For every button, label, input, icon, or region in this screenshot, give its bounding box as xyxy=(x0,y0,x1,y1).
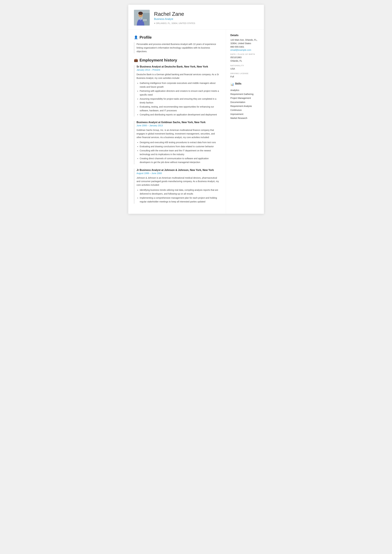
employment-section-header: 💼 Employment history xyxy=(134,58,220,62)
skill-6: Improvement xyxy=(231,112,259,116)
bullet-1-0: Designing and executing A/B testing proc… xyxy=(140,141,220,145)
job-bullets-0: Gathering intelligence from corporate ex… xyxy=(137,81,220,117)
address-value: 143 Main Ave, Orlando, FL, 32804, United… xyxy=(231,38,259,45)
job-title-0: Sr Business Analyst at Deutsche Bank, Ne… xyxy=(137,65,220,68)
bullet-2-1: Implementing a comprehensive management … xyxy=(140,196,220,204)
dob-label: DATE / PLACE OF BIRTH xyxy=(231,53,259,55)
details-section: Details 143 Main Ave, Orlando, FL, 32804… xyxy=(231,34,259,78)
skills-list: AnalyticsRequirement GatheringProject Ma… xyxy=(231,88,259,120)
skill-1: Requirement Gathering xyxy=(231,92,259,96)
job-title-2: Jr Business Analyst at Johnson & Johnson… xyxy=(137,169,220,172)
job-desc-0: Deutsche Bank is a German global banking… xyxy=(137,73,220,80)
avatar xyxy=(134,10,150,26)
skills-title: Skills xyxy=(235,82,242,85)
svg-rect-7 xyxy=(143,19,147,21)
main-column: 👤 Profile Personable and process-oriente… xyxy=(128,29,226,214)
phone-value: 890-555-0401 xyxy=(231,45,259,49)
employment-icon: 💼 xyxy=(134,58,138,62)
header-info: Rachel Zane Business Analyst ▾ ORLANDO, … xyxy=(154,11,258,24)
bullet-1-2: Consulting with the executive team and t… xyxy=(140,149,220,156)
nationality-value: USA xyxy=(231,67,259,71)
nationality-label: NATIONALITY xyxy=(231,65,259,67)
header-location: ▾ ORLANDO, FL, 32804, UNITED STATES xyxy=(154,22,258,24)
email-link[interactable]: email@example.com xyxy=(231,49,251,51)
skills-header: 📊 Skills xyxy=(231,82,259,87)
job-desc-2: Johnson & Johnson is an American multina… xyxy=(137,176,220,187)
details-title: Details xyxy=(231,34,259,37)
job-dates-1: June 2000 – January 2013 xyxy=(137,124,220,127)
skill-4: Requirement Analysis xyxy=(231,104,259,108)
job-1: Business Analyst at Goldman Sachs, New Y… xyxy=(134,121,220,164)
skill-3: Documentation xyxy=(231,100,259,104)
skill-2: Project Management xyxy=(231,96,259,100)
location-icon: ▾ xyxy=(154,22,155,24)
bullet-0-4: Compiling and distributing reports on ap… xyxy=(140,113,220,117)
job-dates-2: August 1999 – June 2000 xyxy=(137,172,220,174)
driving-value: Full xyxy=(231,75,259,78)
header-title: Business Analyst xyxy=(154,18,258,21)
job-2: Jr Business Analyst at Johnson & Johnson… xyxy=(134,169,220,204)
skill-7: Market Research xyxy=(231,116,259,120)
header: Rachel Zane Business Analyst ▾ ORLANDO, … xyxy=(128,5,264,29)
bullet-1-3: Creating direct channels of communicatio… xyxy=(140,157,220,164)
skills-icon: 📊 xyxy=(231,83,234,86)
jobs-container: Sr Business Analyst at Deutsche Bank, Ne… xyxy=(134,65,220,204)
bullet-1-1: Evaluating and drawing conclusions from … xyxy=(140,145,220,148)
sidebar: Details 143 Main Ave, Orlando, FL, 32804… xyxy=(226,29,264,214)
header-name: Rachel Zane xyxy=(154,11,258,17)
dob-value: 05/10/1983 xyxy=(231,56,259,59)
location-text: ORLANDO, FL, 32804, UNITED STATES xyxy=(156,22,195,24)
job-dates-0: January 2013 – Present xyxy=(137,69,220,71)
svg-point-5 xyxy=(141,15,142,15)
job-0: Sr Business Analyst at Deutsche Bank, Ne… xyxy=(134,65,220,117)
bullet-0-0: Gathering intelligence from corporate ex… xyxy=(140,81,220,89)
employment-section: 💼 Employment history Sr Business Analyst… xyxy=(134,58,220,204)
job-title-1: Business Analyst at Goldman Sachs, New Y… xyxy=(137,121,220,124)
driving-label: DRIVING LICENSE xyxy=(231,73,259,74)
svg-point-3 xyxy=(138,12,143,15)
profile-section: 👤 Profile Personable and process-oriente… xyxy=(134,35,220,53)
job-desc-1: Goldman Sachs Group, Inc. is an American… xyxy=(137,128,220,139)
bullet-0-3: Evaluating, testing, and recommending ne… xyxy=(140,105,220,113)
profile-text: Personable and process-oriented Business… xyxy=(137,42,220,53)
body: 👤 Profile Personable and process-oriente… xyxy=(128,29,264,214)
skill-5: Continuous xyxy=(231,108,259,112)
svg-point-4 xyxy=(140,15,140,15)
employment-section-title: Employment history xyxy=(140,58,177,62)
bullet-2-0: Identifying business trends utilizing re… xyxy=(140,188,220,196)
job-bullets-1: Designing and executing A/B testing proc… xyxy=(137,141,220,164)
skill-0: Analytics xyxy=(231,88,259,92)
skills-section: 📊 Skills AnalyticsRequirement GatheringP… xyxy=(231,82,259,120)
profile-section-title: Profile xyxy=(140,35,152,40)
profile-text-wrapper: Personable and process-oriented Business… xyxy=(134,42,220,53)
bullet-0-2: Assuming responsibility for project task… xyxy=(140,97,220,105)
resume-card: Rachel Zane Business Analyst ▾ ORLANDO, … xyxy=(128,5,264,214)
bullet-0-1: Partnering with application directors an… xyxy=(140,89,220,97)
job-bullets-2: Identifying business trends utilizing re… xyxy=(137,188,220,204)
profile-icon: 👤 xyxy=(134,35,138,39)
dob-place-value: Orlando, FL xyxy=(231,59,259,63)
profile-section-header: 👤 Profile xyxy=(134,35,220,40)
